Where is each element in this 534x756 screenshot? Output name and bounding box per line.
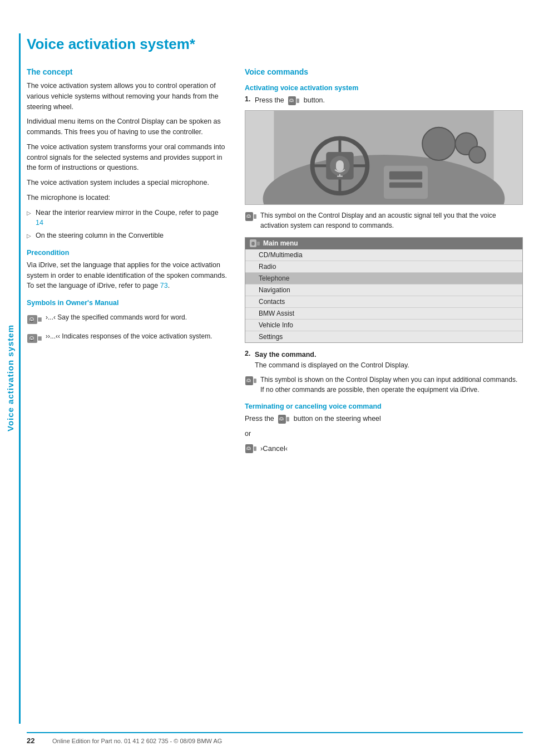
menu-item: Contacts [245, 296, 522, 308]
symbols-heading: Symbols in Owner's Manual [27, 299, 227, 307]
menu-items: CD/MultimediaRadioTelephoneNavigationCon… [245, 249, 522, 342]
sidebar-label: Voice activation system [0, 0, 20, 756]
cancel-line: ›Cancel‹ [245, 444, 523, 454]
cancel-command-text: ›Cancel‹ [260, 444, 288, 453]
blue-bar [19, 33, 21, 724]
menu-item: BMW Assist [245, 308, 522, 320]
step2-number: 2. [245, 350, 255, 357]
menu-header: Main menu [245, 238, 522, 249]
menu-item: CD/Multimedia [245, 249, 522, 261]
concept-para1: The voice activation system allows you t… [27, 81, 227, 112]
step-2: 2. Say the command. The command is displ… [245, 350, 523, 371]
svg-rect-39 [286, 417, 289, 421]
page-number: 22 [27, 737, 43, 745]
caption-icon-2 [245, 376, 257, 386]
bullet-item-2: On the steering column in the Convertibl… [27, 230, 227, 241]
svg-rect-26 [389, 171, 422, 179]
columns-container: The concept The voice activation system … [27, 66, 523, 454]
concept-para3: The voice activation system transforms y… [27, 142, 227, 173]
caption1-text: This symbol on the Control Display and a… [260, 210, 523, 230]
svg-rect-33 [257, 242, 260, 246]
bullet-list: Near the interior rearview mirror in the… [27, 208, 227, 241]
menu-voice-icon [250, 239, 260, 248]
caption-icon-1 [245, 212, 257, 222]
bullet-item-1: Near the interior rearview mirror in the… [27, 208, 227, 229]
symbol-box-2: ››...‹‹ Indicates responses of the voice… [27, 331, 227, 345]
svg-point-38 [279, 417, 284, 421]
terminating-text: Press the button on the steering wheel [245, 414, 523, 424]
svg-point-22 [422, 127, 455, 160]
activating-heading: Activating voice activation system [245, 84, 523, 92]
svg-point-35 [246, 379, 251, 383]
main-menu-box: Main menu CD/MultimediaRadioTelephoneNav… [245, 237, 523, 343]
menu-item: Vehicle Info [245, 320, 522, 331]
caption2-text: This symbol is shown on the Control Disp… [260, 375, 523, 395]
concept-para4: The voice activation system includes a s… [27, 178, 227, 188]
menu-item: Radio [245, 261, 522, 273]
car-dashboard-image [245, 110, 523, 205]
car-svg [245, 111, 522, 204]
cancel-vas-icon [245, 444, 257, 454]
step1-number: 1. [245, 95, 255, 103]
button-icon-step1 [288, 96, 300, 106]
footer: 22 Online Edition for Part no. 01 41 2 6… [27, 732, 523, 745]
microphone-located: The microphone is located: [27, 193, 227, 203]
menu-item: Navigation [245, 284, 522, 296]
terminating-or: or [245, 429, 523, 439]
footer-text: Online Edition for Part no. 01 41 2 602 … [52, 738, 222, 744]
svg-point-7 [289, 99, 294, 103]
concept-heading: The concept [27, 67, 227, 76]
step-1: 1. Press the button. [245, 95, 523, 106]
voice-commands-heading: Voice commands [245, 67, 523, 76]
precondition-link[interactable]: 73 [160, 282, 168, 289]
svg-point-24 [469, 146, 486, 163]
bullet1-link[interactable]: 14 [36, 219, 43, 227]
vas-icon-1 [27, 313, 42, 326]
symbol-box-1: ›...‹ Say the specified commands word fo… [27, 312, 227, 326]
caption-1: This symbol on the Control Display and a… [245, 210, 523, 230]
concept-para2: Individual menu items on the Control Dis… [27, 116, 227, 138]
precondition-heading: Precondition [27, 249, 227, 257]
svg-point-29 [246, 214, 251, 219]
symbol2-text: ››...‹‹ Indicates responses of the voice… [46, 331, 212, 341]
precondition-text: Via iDrive, set the language that applie… [27, 260, 227, 291]
svg-rect-19 [336, 160, 344, 171]
svg-rect-36 [254, 379, 256, 383]
menu-item: Telephone [245, 273, 522, 284]
main-content: Voice activation system* The concept The… [27, 33, 523, 723]
symbol1-text: ›...‹ Say the specified commands word fo… [46, 312, 187, 322]
svg-point-41 [246, 446, 251, 451]
svg-rect-30 [254, 214, 256, 219]
right-column: Voice commands Activating voice activati… [245, 66, 523, 454]
button-icon-terminate [278, 414, 290, 424]
svg-rect-42 [254, 446, 256, 451]
svg-rect-27 [389, 182, 422, 188]
left-column: The concept The voice activation system … [27, 66, 227, 454]
step2-content: Say the command. The command is displaye… [255, 350, 409, 371]
step1-content: Press the button. [255, 95, 325, 106]
page-title: Voice activation system* [27, 36, 523, 53]
caption-2: This symbol is shown on the Control Disp… [245, 375, 523, 395]
terminating-heading: Terminating or canceling voice command [245, 402, 523, 410]
menu-item: Settings [245, 331, 522, 342]
vas-icon-2 [27, 332, 42, 345]
svg-rect-8 [296, 99, 299, 103]
